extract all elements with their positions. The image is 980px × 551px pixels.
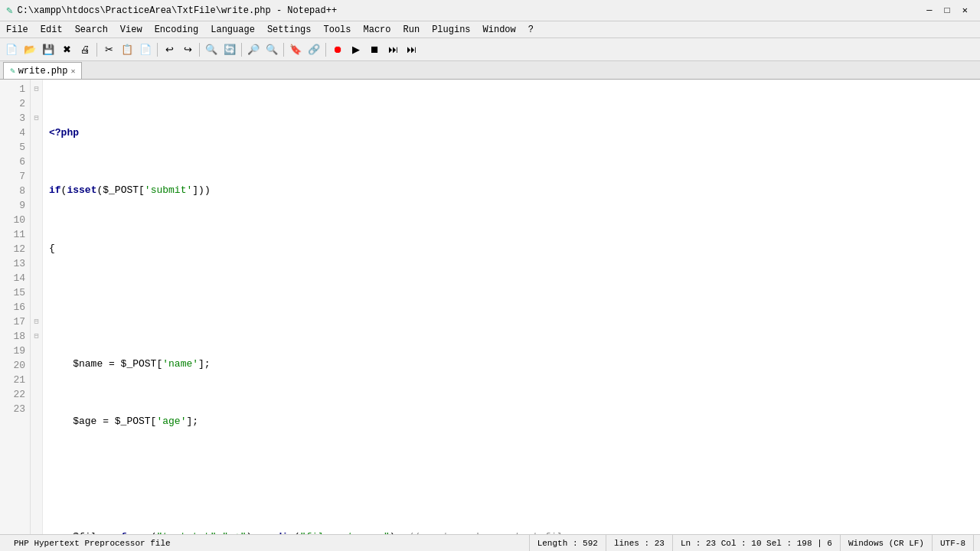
linenum-23: 23 <box>6 403 25 417</box>
linenum-3: 3 <box>6 112 25 126</box>
sep1 <box>96 43 97 57</box>
tab-label: write.php <box>18 66 68 77</box>
editor: 1 2 3 4 5 6 7 8 9 10 11 12 13 14 15 16 1… <box>0 80 980 534</box>
fold-23 <box>31 403 42 417</box>
btn-play[interactable]: ▶ <box>348 41 364 58</box>
menu-file[interactable]: File <box>0 21 34 37</box>
code-line-3: { <box>49 242 974 256</box>
fold-12 <box>31 243 42 257</box>
fold-8 <box>31 184 42 199</box>
fold-3[interactable]: ⊟ <box>31 112 42 126</box>
menu-settings[interactable]: Settings <box>261 21 318 37</box>
fold-1[interactable]: ⊟ <box>31 83 42 97</box>
menu-help[interactable]: ? <box>522 21 540 37</box>
titlebar: ✎ C:\xampp\htdocs\PracticeArea\TxtFile\w… <box>0 0 980 21</box>
sep4 <box>241 43 242 57</box>
btn-new[interactable]: 📄 <box>3 41 20 58</box>
code-line-1: <?php <box>49 126 974 141</box>
fold-gutter: ⊟ ⊟ ⊟ ⊟ <box>31 80 43 534</box>
btn-save[interactable]: 💾 <box>40 41 57 58</box>
linenum-6: 6 <box>6 155 25 170</box>
btn-close[interactable]: ✖ <box>58 41 75 58</box>
btn-undo[interactable]: ↩ <box>161 41 178 58</box>
status-lines: lines : 23 <box>606 535 673 551</box>
status-length: Length : 592 <box>530 535 606 551</box>
fold-10 <box>31 214 42 228</box>
menu-encoding[interactable]: Encoding <box>149 21 205 37</box>
btn-run-macro[interactable]: ⏭ <box>384 41 401 58</box>
menu-macro[interactable]: Macro <box>358 21 397 37</box>
btn-zoomin[interactable]: 🔎 <box>245 41 262 58</box>
menu-view[interactable]: View <box>114 21 149 37</box>
sep3 <box>199 43 200 57</box>
maximize-btn[interactable]: □ <box>939 5 956 16</box>
code-line-7 <box>49 473 974 487</box>
minimize-btn[interactable]: ─ <box>920 5 938 16</box>
fold-20 <box>31 359 42 373</box>
menu-run[interactable]: Run <box>397 21 426 37</box>
btn-stop[interactable]: ⏹ <box>366 41 383 58</box>
linenum-13: 13 <box>6 257 25 272</box>
menu-tools[interactable]: Tools <box>317 21 357 37</box>
status-encoding: UTF-8 <box>933 535 974 551</box>
fold-4 <box>31 126 42 141</box>
fold-6 <box>31 155 42 170</box>
linenum-9: 9 <box>6 199 25 214</box>
menu-plugins[interactable]: Plugins <box>426 21 476 37</box>
menu-language[interactable]: Language <box>204 21 261 37</box>
btn-bookmark[interactable]: 🔖 <box>287 41 304 58</box>
fold-9 <box>31 199 42 214</box>
btn-cut[interactable]: ✂ <box>100 41 117 58</box>
linenum-18: 18 <box>6 330 25 344</box>
linenum-8: 8 <box>6 184 25 199</box>
btn-copy[interactable]: 📋 <box>119 41 136 58</box>
linenum-2: 2 <box>6 97 25 112</box>
fold-2 <box>31 97 42 112</box>
status-position: Ln : 23 Col : 10 Sel : 198 | 6 <box>673 535 841 551</box>
linenum-19: 19 <box>6 344 25 359</box>
fold-17[interactable]: ⊟ <box>31 315 42 330</box>
fold-22 <box>31 388 42 403</box>
statusbar: PHP Hypertext Preprocessor file Length :… <box>0 534 980 551</box>
linenum-10: 10 <box>6 214 25 228</box>
fold-16 <box>31 301 42 315</box>
btn-zoomout[interactable]: 🔍 <box>263 41 280 58</box>
code-line-6: $age = $_POST['age']; <box>49 415 974 429</box>
tab-icon: ✎ <box>10 66 15 76</box>
fold-5 <box>31 141 42 155</box>
menu-edit[interactable]: Edit <box>34 21 69 37</box>
menu-window[interactable]: Window <box>477 21 522 37</box>
code-line-5: $name = $_POST['name']; <box>49 357 974 372</box>
code-line-8: $file = fopen("test.txt","w+") or die("f… <box>49 530 974 534</box>
btn-print[interactable]: 🖨 <box>77 41 93 58</box>
btn-replace[interactable]: 🔄 <box>221 41 238 58</box>
status-lineending: Windows (CR LF) <box>841 535 933 551</box>
code-area[interactable]: <?php if(isset($_POST['submit'])) { $nam… <box>43 80 980 534</box>
code-line-4 <box>49 299 974 314</box>
menu-search[interactable]: Search <box>69 21 114 37</box>
close-btn[interactable]: ✕ <box>956 5 974 16</box>
linenum-14: 14 <box>6 272 25 286</box>
code-line-2: if(isset($_POST['submit'])) <box>49 184 974 198</box>
tabbar: ✎ write.php ✕ <box>0 61 980 80</box>
fold-18[interactable]: ⊟ <box>31 330 42 344</box>
btn-sync[interactable]: 🔗 <box>305 41 322 58</box>
btn-find[interactable]: 🔍 <box>203 41 220 58</box>
fold-7 <box>31 170 42 184</box>
linenum-17: 17 <box>6 315 25 330</box>
linenum-1: 1 <box>6 83 25 97</box>
btn-paste[interactable]: 📄 <box>137 41 154 58</box>
btn-redo[interactable]: ↪ <box>179 41 196 58</box>
tab-write-php[interactable]: ✎ write.php ✕ <box>3 62 82 79</box>
menubar: File Edit Search View Encoding Language … <box>0 21 980 38</box>
fold-21 <box>31 373 42 388</box>
btn-open[interactable]: 📂 <box>21 41 38 58</box>
btn-run-macro2[interactable]: ⏭ <box>403 41 420 58</box>
linenum-20: 20 <box>6 359 25 373</box>
fold-19 <box>31 344 42 359</box>
linenum-15: 15 <box>6 286 25 301</box>
linenum-7: 7 <box>6 170 25 184</box>
tab-close-btn[interactable]: ✕ <box>70 67 75 76</box>
fold-11 <box>31 228 42 243</box>
btn-record[interactable]: ⏺ <box>329 41 346 58</box>
